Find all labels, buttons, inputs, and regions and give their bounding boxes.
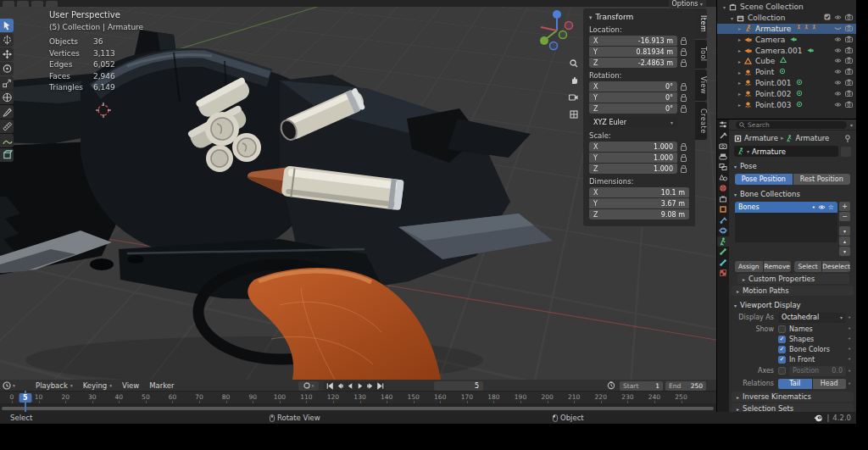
pose-position-button[interactable]: Pose Position [735,174,793,185]
breadcrumb-data[interactable]: Armature [795,134,829,142]
bone-collections-list[interactable]: Bones • ☆ [735,202,837,242]
properties-tab-physics-alt[interactable] [717,225,729,236]
timeline-ruler[interactable]: 0102030405060708090100110120130140150160… [0,392,716,403]
expand-arrow-icon[interactable]: ▸ [736,80,743,86]
rotate-tool[interactable] [0,62,14,75]
move-up-button[interactable]: ▴ [839,236,850,246]
axes-position-slider[interactable]: Position 0.0 [789,366,846,376]
zoom-button[interactable] [566,56,581,70]
shapes-checkbox[interactable]: ✓ [778,336,786,343]
camera-view-button[interactable] [566,90,581,104]
transform-tool[interactable] [0,91,14,104]
outliner-row-camera-001[interactable]: ▸Camera.001 [717,45,856,56]
playhead-frame-indicator[interactable]: 5 [19,393,31,403]
jump-to-start-button[interactable] [325,381,334,391]
previous-keyframe-button[interactable] [335,381,344,391]
names-checkbox[interactable] [778,325,786,333]
pin-icon[interactable] [844,135,851,142]
eye-icon[interactable] [834,14,842,22]
menu-keying[interactable]: Keying▾ [83,381,112,390]
expand-arrow-icon[interactable]: ▸ [736,36,743,42]
expand-arrow-icon[interactable]: ▾ [728,15,736,21]
eye-closed-icon[interactable] [834,25,842,33]
lock-icon[interactable] [681,62,687,67]
expand-arrow-icon[interactable]: ▸ [736,102,743,108]
collection-specials-menu[interactable]: ▾ [839,226,850,236]
lock-icon[interactable] [681,51,687,56]
camera-icon[interactable] [845,57,853,65]
properties-tab-bone[interactable] [717,247,729,257]
remove-button[interactable]: Remove [764,261,792,272]
animate-dot[interactable]: • [846,336,853,342]
camera-icon[interactable] [845,14,853,22]
outliner-row-collection[interactable]: ▾Collection [717,13,856,24]
rotation-y-field[interactable]: Y0° [589,92,677,103]
dimensions-y-field[interactable]: Y3.67 m [589,198,689,208]
remove-collection-button[interactable]: − [839,212,850,221]
expand-arrow-icon[interactable]: ▸ [736,25,743,31]
next-keyframe-button[interactable] [365,381,375,391]
scale-tool[interactable] [0,76,14,90]
eye-icon[interactable] [834,90,842,98]
bone-collection-item[interactable]: Bones • ☆ [735,202,837,213]
auto-keying-toggle[interactable]: ▾ [298,381,319,391]
location-y-field[interactable]: Y0.81934 m [589,47,677,57]
outliner-row-cube[interactable]: ▸Cube [717,56,856,67]
display-as-dropdown[interactable]: Octahedral ▾ [778,313,846,323]
axes-checkbox[interactable] [778,367,786,375]
move-down-button[interactable]: ▾ [839,247,850,256]
frame-start-field[interactable]: Start 1 [620,381,663,391]
lock-icon[interactable] [681,168,687,173]
frame-end-field[interactable]: End 250 [665,381,706,391]
camera-icon[interactable] [845,68,853,76]
menu-view[interactable]: View [122,381,139,390]
lock-icon[interactable] [681,108,687,113]
head-button[interactable]: Head [813,379,847,389]
motion-paths-panel[interactable]: ▸ Motion Paths [732,286,854,296]
measure-tool[interactable] [0,119,14,133]
outliner-row-camera[interactable]: ▸Camera [717,34,856,45]
navigation-gizmo[interactable] [537,7,576,51]
location-z-field[interactable]: Z-2.4863 m [589,58,677,68]
pose-panel-header[interactable]: ▾Pose [729,158,856,172]
scale-x-field[interactable]: X1.000 [589,142,677,152]
add-primitive-tool[interactable] [0,134,14,147]
timeline-horizontal-scrollbar[interactable] [2,407,714,410]
outliner-row-point-001[interactable]: ▸Point.001 [717,78,856,89]
camera-icon[interactable] [845,79,853,87]
viewport-display-header[interactable]: ▾Viewport Display [729,297,856,311]
solo-star-icon[interactable]: ☆ [828,203,834,211]
options-dropdown[interactable]: Options ▾ [669,0,706,8]
properties-tab-object[interactable] [717,204,729,214]
expand-arrow-icon[interactable]: ▸ [736,47,743,53]
annotate-tool[interactable] [0,105,14,119]
expand-arrow-icon[interactable]: ▸ [736,91,743,97]
properties-tab-output[interactable] [717,152,729,162]
properties-editor-type-icon[interactable] [717,119,729,130]
select-box-tool[interactable] [0,19,14,32]
play-reverse-button[interactable] [345,381,354,391]
properties-tab-physics[interactable] [717,268,729,278]
deselect-button[interactable]: Deselect [822,261,850,272]
play-button[interactable] [355,381,364,391]
current-frame-field[interactable]: 5 [434,381,483,391]
camera-icon[interactable] [845,47,853,55]
location-x-field[interactable]: X-16.913 m [589,36,677,46]
viewport-3d[interactable]: Options ▾ User Perspective (5) Collectio… [0,0,716,380]
camera-icon[interactable] [845,90,853,98]
fake-user-button[interactable] [841,147,851,157]
eye-icon[interactable] [834,68,842,76]
outliner-row-scene-collection[interactable]: ▾Scene Collection [717,2,856,13]
animate-dot[interactable]: • [846,325,853,332]
eye-icon[interactable] [834,57,842,65]
lock-icon[interactable] [681,86,687,91]
rotation-x-field[interactable]: X0° [589,81,677,92]
lock-icon[interactable] [681,97,687,102]
transform-panel-header[interactable]: ▾Transform [589,13,689,21]
visibility-eye-icon[interactable] [818,204,826,210]
menu-marker[interactable]: Marker [149,381,174,390]
properties-options-icon[interactable]: ▾ [850,122,853,128]
properties-tab-object-data[interactable] [717,236,729,247]
animate-dot[interactable]: • [846,346,853,353]
breadcrumb-object[interactable]: Armature [744,134,778,142]
